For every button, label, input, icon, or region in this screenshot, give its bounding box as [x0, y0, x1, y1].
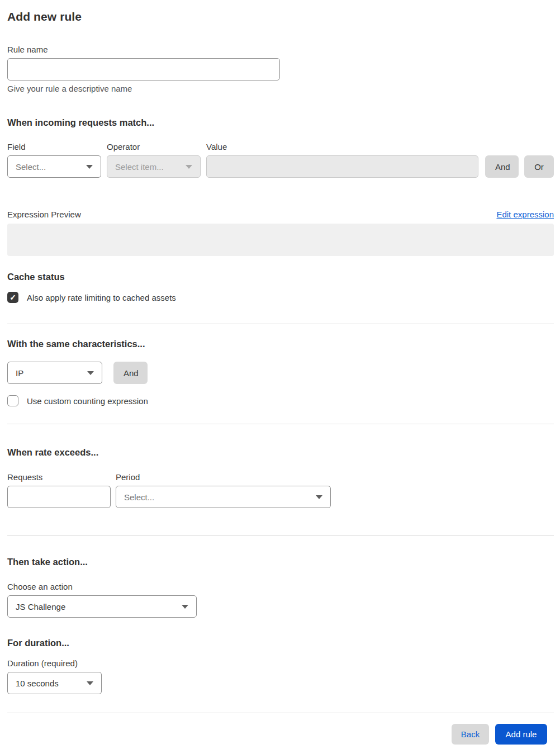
- footer-divider: [7, 713, 554, 713]
- match-operator-label: Operator: [107, 142, 201, 151]
- custom-counting-checkbox[interactable]: [7, 395, 18, 406]
- characteristic-select[interactable]: IP: [7, 362, 102, 384]
- rule-name-helper: Give your rule a descriptive name: [7, 84, 554, 93]
- value-input[interactable]: [206, 155, 478, 178]
- expression-preview-label: Expression Preview: [7, 210, 81, 219]
- period-label: Period: [116, 472, 331, 482]
- characteristic-select-value: IP: [16, 368, 23, 378]
- caret-down-icon: [186, 165, 192, 169]
- action-select[interactable]: JS Challenge: [7, 595, 197, 618]
- rate-row: Requests Period Select...: [7, 472, 554, 508]
- expression-preview-box: [7, 224, 554, 256]
- action-section-heading: Then take action...: [7, 557, 554, 567]
- and-button[interactable]: And: [485, 155, 519, 178]
- edit-expression-link[interactable]: Edit expression: [496, 210, 554, 219]
- requests-label: Requests: [7, 472, 111, 482]
- characteristics-row: IP And: [7, 362, 554, 384]
- section-divider: [7, 324, 554, 324]
- duration-select[interactable]: 10 seconds: [7, 672, 102, 694]
- caret-down-icon: [87, 371, 94, 375]
- expression-preview-header: Expression Preview Edit expression: [7, 210, 554, 219]
- cache-checkbox-label: Also apply rate limiting to cached asset…: [27, 293, 176, 302]
- caret-down-icon: [182, 605, 188, 609]
- field-select[interactable]: Select...: [7, 155, 101, 178]
- back-button[interactable]: Back: [452, 724, 489, 745]
- match-field-label: Field: [7, 142, 101, 151]
- operator-select[interactable]: Select item...: [107, 155, 201, 178]
- duration-label: Duration (required): [7, 658, 554, 668]
- cache-checkbox[interactable]: ✓: [7, 292, 18, 303]
- requests-input[interactable]: [7, 486, 111, 508]
- footer-actions: Back Add rule: [7, 724, 554, 745]
- or-button[interactable]: Or: [524, 155, 554, 178]
- field-select-value: Select...: [16, 162, 46, 172]
- match-section-heading: When incoming requests match...: [7, 117, 554, 128]
- caret-down-icon: [87, 681, 93, 685]
- add-rule-form: Add new rule Rule name Give your rule a …: [0, 0, 560, 745]
- characteristics-and-button[interactable]: And: [113, 362, 148, 384]
- duration-section-heading: For duration...: [7, 638, 554, 648]
- add-rule-button[interactable]: Add rule: [495, 724, 547, 745]
- duration-group: Duration (required) 10 seconds: [7, 658, 554, 694]
- custom-counting-label: Use custom counting expression: [27, 396, 148, 406]
- period-select-value: Select...: [124, 492, 154, 502]
- action-select-value: JS Challenge: [16, 602, 65, 611]
- check-icon: ✓: [10, 293, 16, 301]
- caret-down-icon: [86, 165, 93, 169]
- match-operator-group: Operator Select item...: [107, 142, 201, 178]
- rule-name-group: Rule name Give your rule a descriptive n…: [7, 45, 554, 93]
- characteristics-section-heading: With the same characteristics...: [7, 339, 554, 349]
- match-field-group: Field Select...: [7, 142, 101, 178]
- period-group: Period Select...: [116, 472, 331, 508]
- match-value-group: Value: [206, 142, 478, 178]
- section-divider: [7, 424, 554, 424]
- page-title: Add new rule: [7, 10, 554, 23]
- operator-select-value: Select item...: [115, 162, 164, 172]
- section-divider: [7, 535, 554, 536]
- duration-select-value: 10 seconds: [16, 679, 59, 688]
- action-label: Choose an action: [7, 582, 554, 591]
- rule-name-label: Rule name: [7, 45, 554, 54]
- match-value-label: Value: [206, 142, 478, 151]
- caret-down-icon: [316, 495, 322, 499]
- requests-group: Requests: [7, 472, 111, 508]
- period-select[interactable]: Select...: [116, 486, 331, 508]
- action-group: Choose an action JS Challenge: [7, 582, 554, 618]
- cache-checkbox-row: ✓ Also apply rate limiting to cached ass…: [7, 292, 554, 303]
- rate-section-heading: When rate exceeds...: [7, 447, 554, 458]
- custom-counting-row: Use custom counting expression: [7, 395, 554, 406]
- cache-section-heading: Cache status: [7, 272, 554, 282]
- match-builder-row: Field Select... Operator Select item... …: [7, 142, 554, 178]
- rule-name-input[interactable]: [7, 58, 280, 80]
